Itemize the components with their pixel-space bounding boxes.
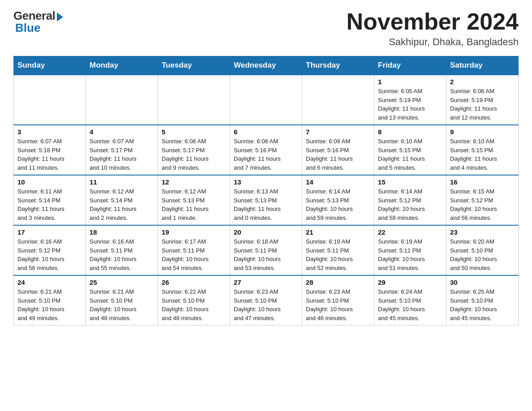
day-number: 15 [378,178,442,186]
day-number: 22 [378,228,442,236]
day-info: Sunrise: 6:19 AM Sunset: 5:11 PM Dayligh… [306,237,370,272]
day-number: 11 [90,178,154,186]
calendar-cell: 28Sunrise: 6:23 AM Sunset: 5:10 PM Dayli… [302,275,374,325]
day-number: 23 [450,228,515,236]
calendar-cell: 17Sunrise: 6:16 AM Sunset: 5:12 PM Dayli… [14,225,86,275]
calendar-table: SundayMondayTuesdayWednesdayThursdayFrid… [13,56,519,325]
calendar-cell: 15Sunrise: 6:14 AM Sunset: 5:12 PM Dayli… [374,175,446,225]
day-number: 29 [378,278,442,286]
calendar-cell: 18Sunrise: 6:16 AM Sunset: 5:11 PM Dayli… [86,225,158,275]
day-info: Sunrise: 6:12 AM Sunset: 5:14 PM Dayligh… [90,187,154,222]
month-title: November 2024 [347,9,519,34]
day-number: 1 [378,78,442,86]
day-number: 13 [234,178,298,186]
day-number: 19 [162,228,226,236]
logo-arrow-icon [57,13,63,21]
day-info: Sunrise: 6:16 AM Sunset: 5:12 PM Dayligh… [17,237,82,272]
day-number: 12 [162,178,226,186]
calendar-cell: 7Sunrise: 6:09 AM Sunset: 5:16 PM Daylig… [302,125,374,175]
day-info: Sunrise: 6:19 AM Sunset: 5:11 PM Dayligh… [378,237,442,272]
day-info: Sunrise: 6:10 AM Sunset: 5:15 PM Dayligh… [450,137,515,172]
day-number: 2 [450,78,515,86]
day-info: Sunrise: 6:08 AM Sunset: 5:16 PM Dayligh… [234,137,298,172]
calendar-cell: 5Sunrise: 6:08 AM Sunset: 5:17 PM Daylig… [158,125,230,175]
day-info: Sunrise: 6:21 AM Sunset: 5:10 PM Dayligh… [90,287,154,322]
day-number: 14 [306,178,370,186]
day-info: Sunrise: 6:12 AM Sunset: 5:13 PM Dayligh… [162,187,226,222]
calendar-cell: 14Sunrise: 6:14 AM Sunset: 5:13 PM Dayli… [302,175,374,225]
day-info: Sunrise: 6:17 AM Sunset: 5:11 PM Dayligh… [162,237,226,272]
day-info: Sunrise: 6:07 AM Sunset: 5:18 PM Dayligh… [17,137,82,172]
day-info: Sunrise: 6:16 AM Sunset: 5:11 PM Dayligh… [90,237,154,272]
calendar-cell: 24Sunrise: 6:21 AM Sunset: 5:10 PM Dayli… [14,275,86,325]
calendar-cell: 30Sunrise: 6:25 AM Sunset: 5:10 PM Dayli… [446,275,519,325]
day-info: Sunrise: 6:08 AM Sunset: 5:17 PM Dayligh… [162,137,226,172]
day-info: Sunrise: 6:14 AM Sunset: 5:12 PM Dayligh… [378,187,442,222]
calendar-cell: 23Sunrise: 6:20 AM Sunset: 5:10 PM Dayli… [446,225,519,275]
day-number: 25 [90,278,154,286]
calendar-cell: 8Sunrise: 6:10 AM Sunset: 5:15 PM Daylig… [374,125,446,175]
week-row-2: 3Sunrise: 6:07 AM Sunset: 5:18 PM Daylig… [14,125,519,175]
day-number: 6 [234,128,298,136]
day-info: Sunrise: 6:18 AM Sunset: 5:11 PM Dayligh… [234,237,298,272]
day-info: Sunrise: 6:15 AM Sunset: 5:12 PM Dayligh… [450,187,515,222]
logo: General Blue [13,9,63,35]
day-number: 5 [162,128,226,136]
weekday-header-saturday: Saturday [446,56,519,75]
weekday-header-thursday: Thursday [302,56,374,75]
day-info: Sunrise: 6:14 AM Sunset: 5:13 PM Dayligh… [306,187,370,222]
calendar-cell: 1Sunrise: 6:05 AM Sunset: 5:19 PM Daylig… [374,75,446,125]
page-header: General Blue November 2024 Sakhipur, Dha… [13,9,519,48]
calendar-cell [302,75,374,125]
calendar-cell [86,75,158,125]
day-info: Sunrise: 6:24 AM Sunset: 5:10 PM Dayligh… [378,287,442,322]
calendar-cell: 4Sunrise: 6:07 AM Sunset: 5:17 PM Daylig… [86,125,158,175]
day-info: Sunrise: 6:06 AM Sunset: 5:19 PM Dayligh… [450,87,515,122]
day-number: 16 [450,178,515,186]
calendar-cell: 22Sunrise: 6:19 AM Sunset: 5:11 PM Dayli… [374,225,446,275]
calendar-cell: 25Sunrise: 6:21 AM Sunset: 5:10 PM Dayli… [86,275,158,325]
day-number: 3 [17,128,82,136]
title-block: November 2024 Sakhipur, Dhaka, Banglades… [347,9,519,48]
calendar-cell: 29Sunrise: 6:24 AM Sunset: 5:10 PM Dayli… [374,275,446,325]
calendar-cell [230,75,302,125]
calendar-cell: 19Sunrise: 6:17 AM Sunset: 5:11 PM Dayli… [158,225,230,275]
weekday-header-tuesday: Tuesday [158,56,230,75]
week-row-3: 10Sunrise: 6:11 AM Sunset: 5:14 PM Dayli… [14,175,519,225]
day-number: 28 [306,278,370,286]
weekday-header-monday: Monday [86,56,158,75]
day-info: Sunrise: 6:22 AM Sunset: 5:10 PM Dayligh… [162,287,226,322]
calendar-cell: 26Sunrise: 6:22 AM Sunset: 5:10 PM Dayli… [158,275,230,325]
day-number: 27 [234,278,298,286]
day-number: 9 [450,128,515,136]
day-info: Sunrise: 6:05 AM Sunset: 5:19 PM Dayligh… [378,87,442,122]
calendar-cell [158,75,230,125]
day-info: Sunrise: 6:10 AM Sunset: 5:15 PM Dayligh… [378,137,442,172]
calendar-cell: 2Sunrise: 6:06 AM Sunset: 5:19 PM Daylig… [446,75,519,125]
weekday-header-friday: Friday [374,56,446,75]
day-info: Sunrise: 6:21 AM Sunset: 5:10 PM Dayligh… [17,287,82,322]
day-info: Sunrise: 6:13 AM Sunset: 5:13 PM Dayligh… [234,187,298,222]
day-info: Sunrise: 6:20 AM Sunset: 5:10 PM Dayligh… [450,237,515,272]
logo-blue-text: Blue [13,21,40,35]
day-info: Sunrise: 6:11 AM Sunset: 5:14 PM Dayligh… [17,187,82,222]
calendar-cell: 16Sunrise: 6:15 AM Sunset: 5:12 PM Dayli… [446,175,519,225]
day-number: 4 [90,128,154,136]
calendar-cell: 3Sunrise: 6:07 AM Sunset: 5:18 PM Daylig… [14,125,86,175]
weekday-header-sunday: Sunday [14,56,86,75]
day-number: 7 [306,128,370,136]
day-number: 17 [17,228,82,236]
calendar-cell: 27Sunrise: 6:23 AM Sunset: 5:10 PM Dayli… [230,275,302,325]
calendar-cell: 21Sunrise: 6:19 AM Sunset: 5:11 PM Dayli… [302,225,374,275]
day-number: 18 [90,228,154,236]
day-number: 8 [378,128,442,136]
week-row-1: 1Sunrise: 6:05 AM Sunset: 5:19 PM Daylig… [14,75,519,125]
calendar-cell: 6Sunrise: 6:08 AM Sunset: 5:16 PM Daylig… [230,125,302,175]
day-number: 21 [306,228,370,236]
day-number: 20 [234,228,298,236]
calendar-cell: 13Sunrise: 6:13 AM Sunset: 5:13 PM Dayli… [230,175,302,225]
calendar-cell: 11Sunrise: 6:12 AM Sunset: 5:14 PM Dayli… [86,175,158,225]
location-title: Sakhipur, Dhaka, Bangladesh [347,36,519,48]
calendar-cell: 10Sunrise: 6:11 AM Sunset: 5:14 PM Dayli… [14,175,86,225]
week-row-5: 24Sunrise: 6:21 AM Sunset: 5:10 PM Dayli… [14,275,519,325]
